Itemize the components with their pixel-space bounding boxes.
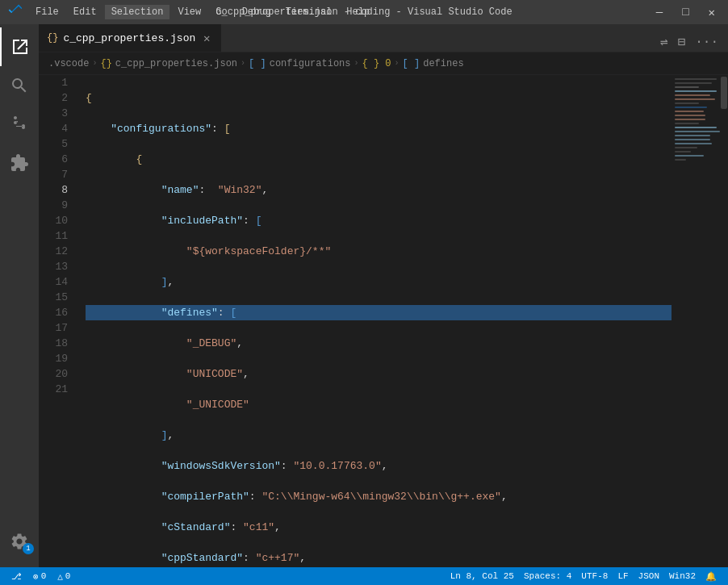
line-numbers: 1 2 3 4 5 6 7 8 9 10 11 12 13 14 15 16 1: [39, 75, 79, 567]
settings-badge: 1: [23, 543, 34, 554]
breadcrumb-configurations[interactable]: [ ] configurations: [249, 58, 350, 69]
editor-wrapper: 1 2 3 4 5 6 7 8 9 10 11 12 13 14 15 16 1: [39, 75, 728, 567]
breadcrumb-sep-1: ›: [92, 59, 97, 68]
code-line-1: {: [86, 90, 672, 106]
status-bar-right: Ln 8, Col 25 Spaces: 4 UTF-8 LF JSON Win…: [446, 567, 722, 585]
code-line-8: "defines": [: [86, 305, 672, 320]
breadcrumb: .vscode › {} c_cpp_properties.json › [ ]…: [39, 52, 728, 75]
tab-c-cpp-properties[interactable]: {} c_cpp_properties.json ✕: [39, 24, 221, 52]
tab-close-button[interactable]: ✕: [200, 31, 213, 44]
svg-rect-2: [675, 86, 699, 88]
warning-icon: △: [57, 571, 63, 582]
status-position[interactable]: Ln 8, Col 25: [446, 567, 519, 585]
code-line-16: "cppStandard": "c++17",: [86, 550, 672, 566]
status-language[interactable]: JSON: [634, 567, 664, 585]
breadcrumb-file[interactable]: {} c_cpp_properties.json: [100, 58, 237, 69]
spaces-label: Spaces: 4: [524, 571, 571, 581]
svg-rect-0: [675, 78, 717, 80]
code-line-4: "name": "Win32",: [86, 182, 672, 198]
status-bar: ⎇ ⊗ 0 △ 0 Ln 8, Col 25 Spaces: 4 UTF-8 L…: [0, 567, 728, 585]
scrollbar-thumb[interactable]: [721, 77, 727, 109]
code-line-12: ],: [86, 428, 672, 443]
svg-rect-14: [675, 135, 710, 136]
warning-count: 0: [65, 571, 71, 581]
split-editor-button[interactable]: ⇌: [657, 32, 672, 52]
error-count: 0: [41, 571, 47, 581]
svg-rect-19: [675, 155, 704, 157]
svg-rect-17: [675, 147, 697, 148]
code-line-6: "${workspaceFolder}/**": [86, 244, 672, 259]
svg-rect-3: [675, 90, 717, 92]
menu-edit[interactable]: Edit: [67, 5, 103, 19]
maximize-button[interactable]: □: [677, 4, 693, 20]
status-notification[interactable]: 🔔: [701, 567, 722, 585]
menu-view[interactable]: View: [171, 5, 207, 19]
tab-actions: ⇌ ⊟ ···: [657, 32, 728, 52]
breadcrumb-defines[interactable]: [ ] defines: [403, 58, 464, 69]
svg-rect-15: [675, 139, 710, 140]
svg-rect-1: [675, 82, 712, 84]
main-layout: 1 {} c_cpp_properties.json ✕ ⇌ ⊟ ··· .vs…: [0, 24, 728, 567]
code-editor[interactable]: { "configurations": [ { "name": "Win32",…: [79, 75, 672, 567]
source-control-icon[interactable]: [0, 105, 39, 144]
svg-rect-5: [675, 98, 715, 100]
search-icon[interactable]: [0, 66, 39, 105]
close-button[interactable]: ✕: [704, 4, 720, 21]
activity-bar-bottom: 1: [0, 522, 39, 567]
breadcrumb-bracket-icon: [ ]: [249, 58, 266, 69]
svg-rect-11: [675, 123, 699, 124]
code-line-13: "windowsSdkVersion": "10.0.17763.0",: [86, 458, 672, 474]
notification-icon: 🔔: [705, 571, 717, 582]
breadcrumb-configurations-label: configurations: [270, 58, 351, 69]
title-bar-right: ― □ ✕: [651, 4, 720, 21]
minimap: [672, 75, 720, 567]
vertical-scrollbar[interactable]: [720, 75, 728, 567]
git-branch-icon: ⎇: [11, 571, 22, 582]
menu-selection[interactable]: Selection: [105, 5, 170, 19]
breadcrumb-brace-icon: { } 0: [362, 58, 391, 69]
content-area: {} c_cpp_properties.json ✕ ⇌ ⊟ ··· .vsco…: [39, 24, 728, 567]
encoding-label: UTF-8: [581, 571, 608, 581]
more-actions-button[interactable]: ···: [692, 33, 722, 51]
error-icon: ⊗: [33, 571, 39, 582]
status-git-branch[interactable]: ⎇: [6, 567, 27, 585]
tab-bar: {} c_cpp_properties.json ✕ ⇌ ⊟ ···: [39, 24, 728, 52]
status-errors[interactable]: ⊗ 0: [28, 567, 51, 585]
status-encoding[interactable]: UTF-8: [576, 567, 613, 585]
code-line-9: "_DEBUG",: [86, 336, 672, 351]
code-line-10: "UNICODE",: [86, 366, 672, 382]
svg-rect-20: [675, 159, 686, 161]
svg-rect-12: [675, 127, 717, 128]
language-label: JSON: [638, 571, 659, 581]
code-line-3: {: [86, 152, 672, 167]
minimize-button[interactable]: ―: [651, 4, 667, 20]
status-platform[interactable]: Win32: [664, 567, 701, 585]
breadcrumb-defines-label: defines: [423, 58, 463, 69]
platform-label: Win32: [669, 571, 696, 581]
extensions-icon[interactable]: [0, 144, 39, 182]
code-line-15: "cStandard": "c11",: [86, 520, 672, 535]
breadcrumb-index[interactable]: { } 0: [362, 58, 391, 69]
explorer-icon[interactable]: [0, 27, 39, 66]
settings-icon[interactable]: 1: [0, 522, 39, 561]
svg-rect-4: [675, 94, 710, 96]
svg-rect-7: [675, 107, 707, 108]
vscode-logo: [8, 3, 23, 22]
breadcrumb-sep-3: ›: [354, 59, 359, 68]
code-line-5: "includePath": [: [86, 213, 672, 228]
breadcrumb-file-icon: {}: [100, 58, 111, 69]
status-warnings[interactable]: △ 0: [52, 567, 75, 585]
tab-file-icon: {}: [47, 32, 58, 44]
breadcrumb-vscode[interactable]: .vscode: [48, 58, 89, 69]
breadcrumb-defines-icon: [ ]: [403, 58, 420, 69]
breadcrumb-sep-2: ›: [241, 59, 245, 68]
code-line-11: "_UNICODE": [86, 397, 672, 412]
status-eol[interactable]: LF: [613, 567, 633, 585]
status-spaces[interactable]: Spaces: 4: [519, 567, 576, 585]
svg-rect-10: [675, 119, 705, 120]
activity-bar: 1: [0, 24, 39, 567]
toggle-panel-button[interactable]: ⊟: [675, 32, 689, 52]
menu-file[interactable]: File: [29, 5, 65, 19]
svg-rect-13: [675, 131, 720, 132]
minimap-canvas: [672, 75, 720, 398]
